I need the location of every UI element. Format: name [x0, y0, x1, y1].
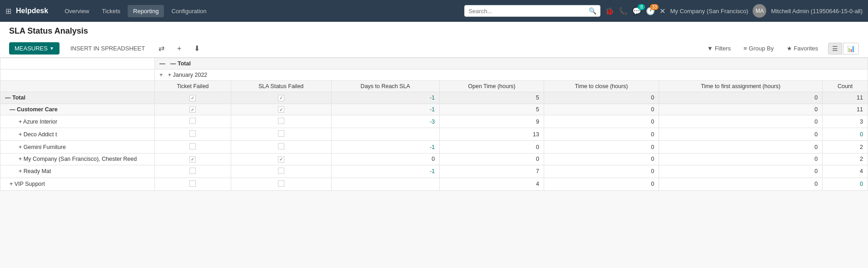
spreadsheet-label: INSERT IN SPREADSHEET [70, 45, 145, 52]
bug-icon[interactable]: 🐞 [605, 7, 614, 15]
row-label[interactable]: + Ready Mat [0, 165, 155, 178]
checkbox-checked: ✓ [189, 95, 196, 101]
table-row: + Ready Mat-17004 [0, 165, 868, 178]
filters-label: Filters [715, 45, 731, 52]
checkbox-cell: ✓ [231, 92, 331, 104]
checkbox-unchecked [278, 180, 284, 187]
star-icon: ★ [787, 45, 792, 52]
download-icon[interactable]: ⬇ [191, 42, 203, 55]
page-title: SLA Status Analysis [9, 26, 859, 40]
clock-badge: 33 [650, 4, 659, 10]
checkbox-cell: ✓ [231, 154, 331, 165]
table-row: + My Company (San Francisco), Chester Re… [0, 154, 868, 165]
checkbox-checked: ✓ [189, 106, 196, 113]
col-header-total[interactable]: — — Total [155, 58, 868, 69]
nav-tickets[interactable]: Tickets [96, 5, 126, 17]
swap-icon[interactable]: ⇄ [156, 42, 167, 55]
chart-view-button[interactable]: 📊 [843, 43, 859, 55]
chat-icon[interactable]: 💬 8 [632, 7, 641, 15]
checkbox-unchecked [189, 180, 196, 187]
search-input[interactable] [468, 8, 589, 15]
num-cell: -1 [331, 92, 440, 104]
num-cell: 0 [544, 178, 659, 190]
num-cell: 0 [659, 178, 823, 190]
search-icon: 🔍 [589, 7, 596, 15]
groupby-button[interactable]: ≡ Group By [741, 43, 777, 54]
view-buttons: ☰ 📊 [828, 43, 859, 55]
filters-button[interactable]: ▼ Filters [704, 43, 734, 54]
table-row: + Gemini Furniture-10002 [0, 141, 868, 154]
checkbox-cell [231, 165, 331, 178]
row-label[interactable]: + Azure Interior [0, 115, 155, 128]
num-cell: 0 [440, 141, 544, 154]
measures-label: MEASURES [15, 45, 48, 52]
num-cell: 2 [823, 154, 868, 165]
row-label-text: — Customer Care [10, 106, 58, 113]
app-brand: Helpdesk [16, 7, 48, 15]
chat-badge: 8 [638, 4, 645, 10]
col-header-columns-row: Ticket Failed SLA Status Failed Days to … [0, 81, 868, 92]
collapse-total-icon[interactable]: — [159, 60, 165, 67]
num-cell: 0 [659, 104, 823, 115]
phone-icon[interactable]: 📞 [619, 7, 628, 15]
num-cell: 9 [440, 115, 544, 128]
row-label[interactable]: — Customer Care [0, 104, 155, 115]
nav-configuration[interactable]: Configuration [166, 5, 212, 17]
checkbox-unchecked [189, 118, 196, 124]
num-cell [331, 128, 440, 141]
checkbox-cell: ✓ [155, 104, 231, 115]
col-header-month-row: + + January 2022 [0, 69, 868, 81]
row-label[interactable]: + VIP Support [0, 178, 155, 190]
checkbox-checked: ✓ [278, 156, 284, 163]
pivot-table: — — Total + + January 2022 Ticket Failed… [0, 58, 868, 191]
checkbox-cell [231, 141, 331, 154]
num-cell: 11 [823, 104, 868, 115]
num-cell: 0 [659, 141, 823, 154]
checkbox-cell [231, 115, 331, 128]
row-label-text: + Deco Addict t [19, 131, 57, 138]
row-label[interactable]: + Deco Addict t [0, 128, 155, 141]
groupby-icon: ≡ [744, 45, 747, 52]
expand-month-icon[interactable]: + [159, 72, 163, 78]
toolbar-right: ▼ Filters ≡ Group By ★ Favorites ☰ 📊 [704, 43, 859, 55]
favorites-button[interactable]: ★ Favorites [784, 43, 821, 54]
col-count: Count [823, 81, 868, 92]
checkbox-unchecked [189, 130, 196, 137]
checkbox-unchecked [189, 168, 196, 174]
row-label[interactable]: + Gemini Furniture [0, 141, 155, 154]
col-header-empty [0, 81, 155, 92]
spreadsheet-button[interactable]: INSERT IN SPREADSHEET [67, 42, 149, 55]
favorites-label: Favorites [794, 45, 818, 52]
close-icon[interactable]: ✕ [660, 7, 665, 15]
filter-icon: ▼ [707, 45, 713, 52]
num-cell: 0 [659, 128, 823, 141]
measures-caret: ▼ [50, 46, 54, 51]
checkbox-cell [231, 128, 331, 141]
checkbox-cell [155, 141, 231, 154]
search-bar: 🔍 [464, 5, 600, 17]
col-header-month[interactable]: + + January 2022 [155, 69, 868, 81]
avatar-initials: MA [755, 8, 764, 14]
num-cell: -1 [331, 104, 440, 115]
table-view-button[interactable]: ☰ [828, 43, 842, 55]
topnav-right: 🔍 🐞 📞 💬 8 🕐 33 ✕ My Company (San Francis… [464, 4, 863, 18]
col-open-time: Open Time (hours) [440, 81, 544, 92]
checkbox-unchecked [189, 143, 196, 149]
measures-button[interactable]: MEASURES ▼ [9, 42, 60, 55]
num-cell: 0 [331, 154, 440, 165]
add-icon[interactable]: + [174, 43, 184, 55]
pivot-body: — Total✓✓-150011— Customer Care✓✓-150011… [0, 92, 868, 191]
row-label[interactable]: — Total [0, 92, 155, 104]
nav-overview[interactable]: Overview [59, 5, 94, 17]
num-cell: 3 [823, 115, 868, 128]
grid-icon[interactable]: ⊞ [5, 7, 11, 15]
avatar[interactable]: MA [753, 4, 766, 18]
clock-icon[interactable]: 🕐 33 [646, 7, 655, 15]
row-label-text: + Gemini Furniture [19, 144, 66, 150]
nav-reporting[interactable]: Reporting [128, 5, 164, 17]
num-cell: 0 [659, 115, 823, 128]
row-label[interactable]: + My Company (San Francisco), Chester Re… [0, 154, 155, 165]
table-row: + VIP Support4000 [0, 178, 868, 190]
num-cell: 2 [823, 141, 868, 154]
toolbar-left: MEASURES ▼ INSERT IN SPREADSHEET ⇄ + ⬇ [9, 42, 203, 55]
